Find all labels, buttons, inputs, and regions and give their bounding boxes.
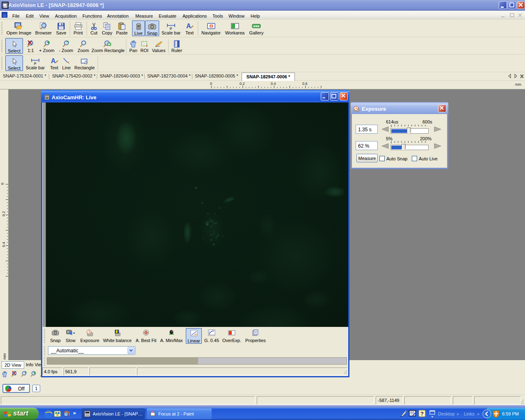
- svg-text:µ: µ: [34, 61, 36, 65]
- svg-text:?: ?: [420, 411, 424, 417]
- svg-text:A: A: [186, 23, 191, 30]
- svg-text:A: A: [51, 57, 56, 64]
- svg-text:e: e: [46, 411, 49, 417]
- svg-text:µ: µ: [170, 26, 172, 30]
- svg-text:»: »: [73, 410, 76, 416]
